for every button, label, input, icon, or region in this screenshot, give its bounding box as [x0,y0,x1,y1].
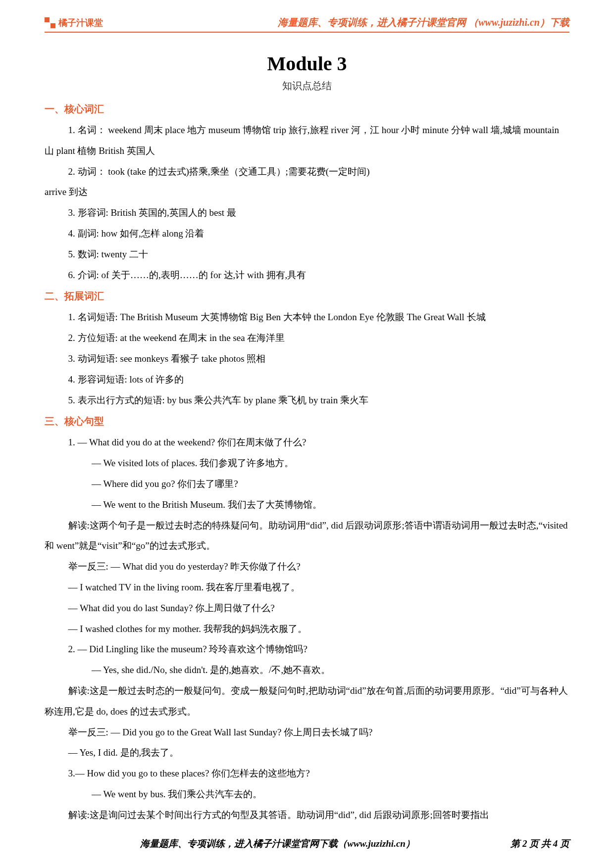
body-line: 1. 名词： weekend 周末 place 地方 museum 博物馆 tr… [45,120,569,161]
text: 解读:这两个句子是一般过去时态的特殊疑问句。助动词用“did”, did 后跟动… [45,520,568,551]
body-line: — I washed clothes for my mother. 我帮我的妈妈… [45,619,569,639]
page-title: Module 3 [0,52,614,75]
body-line: 举一反三: — Did you go to the Great Wall las… [45,722,569,743]
header-promo-text: 海量题库、专项训练，进入橘子汁课堂官网 （www.juzizhi.cn）下载 [278,16,569,29]
body-line: 5. 数词: twenty 二十 [45,244,569,265]
text: 1. 名词短语: The British Museum 大英博物馆 Big Be… [68,312,486,322]
body-line: — We went by bus. 我们乘公共汽车去的。 [45,784,569,805]
body-line: 5. 表示出行方式的短语: by bus 乘公共汽车 by plane 乘飞机 … [45,390,569,411]
logo-icon [45,17,55,28]
body-line: — Yes, she did./No, she didn't. 是的,她喜欢。/… [45,660,569,680]
header-divider [45,32,569,33]
text: 1. 名词： weekend 周末 place 地方 museum 博物馆 tr… [45,125,559,156]
body-line: — We visited lots of places. 我们参观了许多地方。 [45,453,569,474]
body-line: 2. 方位短语: at the weekend 在周末 in the sea 在… [45,328,569,348]
footer-promo-text: 海量题库、专项训练，进入橘子汁课堂官网下载（www.juzizhi.cn） [45,837,511,850]
page-footer: 海量题库、专项训练，进入橘子汁课堂官网下载（www.juzizhi.cn） 第 … [45,837,569,850]
body-line: 解读:这两个句子是一般过去时态的特殊疑问句。助动词用“did”, did 后跟动… [45,515,569,557]
body-line: 6. 介词: of 关于……的,表明……的 for 达,计 with 拥有,具有 [45,265,569,286]
document-body: 一、核心词汇 1. 名词： weekend 周末 place 地方 museum… [45,98,569,825]
section-heading-3: 三、核心句型 [45,410,569,432]
body-line: — I watched TV in the living room. 我在客厅里… [45,577,569,598]
body-line: 举一反三: — What did you do yesterday? 昨天你做了… [45,556,569,577]
body-line: 解读:这是询问过去某个时间出行方式的句型及其答语。助动词用“did”, did … [45,805,569,825]
body-line: 3. 动词短语: see monkeys 看猴子 take photos 照相 [45,348,569,369]
body-line: 1. — What did you do at the weekend? 你们在… [45,432,569,453]
body-line: 2. 动词： took (take 的过去式)搭乘,乘坐（交通工具）;需要花费(… [45,161,569,182]
brand-logo: 橘子汁课堂 [45,17,103,29]
body-line: — Where did you go? 你们去了哪里? [45,474,569,494]
body-line: 4. 形容词短语: lots of 许多的 [45,369,569,390]
page-header: 橘子汁课堂 海量题库、专项训练，进入橘子汁课堂官网 （www.juzizhi.c… [0,16,614,29]
body-line: 3.— How did you go to these places? 你们怎样… [45,763,569,784]
section-heading-2: 二、拓展词汇 [45,285,569,307]
section-heading-1: 一、核心词汇 [45,98,569,120]
body-line: arrive 到达 [45,182,569,202]
page-number: 第 2 页 共 4 页 [511,837,569,850]
page-subtitle: 知识点总结 [0,79,614,93]
body-line: 4. 副词: how 如何,怎样 along 沿着 [45,223,569,244]
body-line: — We went to the British Museum. 我们去了大英博… [45,494,569,515]
body-line: 2. — Did Lingling like the museum? 玲玲喜欢这… [45,639,569,660]
logo-text: 橘子汁课堂 [58,17,103,29]
body-line: 1. 名词短语: The British Museum 大英博物馆 Big Be… [45,307,569,328]
body-line: 3. 形容词: British 英国的,英国人的 best 最 [45,202,569,223]
body-line: — What did you do last Sunday? 你上周日做了什么? [45,598,569,619]
body-line: 解读:这是一般过去时态的一般疑问句。变成一般疑问句时,把助动词“did”放在句首… [45,680,569,722]
text: 解读:这是一般过去时态的一般疑问句。变成一般疑问句时,把助动词“did”放在句首… [45,685,568,717]
body-line: — Yes, I did. 是的,我去了。 [45,742,569,763]
